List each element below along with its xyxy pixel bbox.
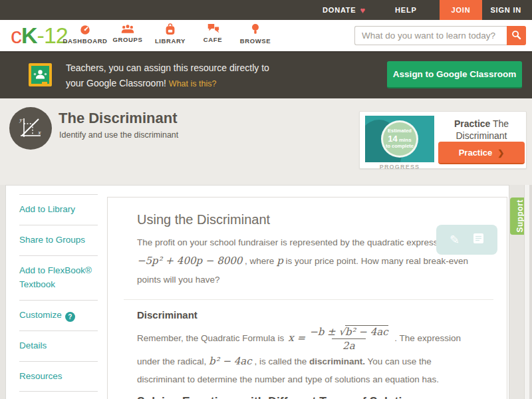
- nav-item-cafe[interactable]: CAFE: [192, 23, 234, 45]
- progress-label: PROGRESS: [365, 164, 434, 170]
- groups-icon: [121, 23, 134, 34]
- pencil-icon[interactable]: ✎: [450, 233, 460, 247]
- practice-thumbnail: Estimated 14 mins to complete: [365, 116, 434, 162]
- intro-paragraph: The profit on your school fundraiser is …: [137, 234, 475, 289]
- annotation-toolbar[interactable]: ✎: [436, 225, 497, 255]
- note-icon[interactable]: [473, 233, 484, 247]
- logo-k: K: [21, 23, 37, 48]
- top-utility-bar: DONATE ♥ HELP JOIN SIGN IN: [0, 0, 532, 20]
- practice-chevron-icon: ❯: [497, 148, 504, 158]
- sidebar-item-add-to-library[interactable]: Add to Library: [19, 194, 98, 225]
- nav-item-dashboard[interactable]: DASHBOARD: [64, 23, 106, 45]
- solving-equations-heading: Solving Equations with Different Types o…: [137, 395, 475, 399]
- nav-item-library[interactable]: LIBRARY: [149, 23, 192, 45]
- quadratic-formula-math: −b ± √b² − 4ac2a: [309, 326, 388, 352]
- discriminant-expression-math: b² − 4ac: [209, 355, 252, 367]
- sidebar-item-share-to-groups[interactable]: Share to Groups: [19, 225, 98, 255]
- sign-in-button[interactable]: SIGN IN: [490, 6, 521, 14]
- google-classroom-icon: [29, 63, 52, 89]
- donate-button[interactable]: DONATE ♥: [323, 6, 366, 15]
- assign-to-classroom-button[interactable]: Assign to Google Classroom: [387, 61, 522, 88]
- nav-item-browse[interactable]: BROWSE: [234, 23, 277, 45]
- what-is-this-link[interactable]: What is this?: [169, 79, 217, 88]
- lesson-heading: Using the Discriminant: [137, 212, 475, 227]
- classroom-banner: Teachers, you can assign this resource d…: [0, 53, 532, 98]
- search-box: [354, 26, 526, 45]
- ck12-logo[interactable]: cK-12: [11, 23, 68, 49]
- banner-line2: your Google Classroom!: [66, 78, 169, 88]
- browse-icon: [251, 23, 259, 35]
- discriminant-heading: Discriminant: [137, 309, 475, 321]
- page-title: The Discriminant: [59, 110, 177, 127]
- title-strip: y x The Discriminant Identify and use th…: [0, 98, 532, 185]
- banner-text: Teachers, you can assign this resource d…: [66, 61, 269, 90]
- donate-label: DONATE: [323, 6, 356, 14]
- practice-cta-text: Practice The Discriminant: [438, 118, 525, 142]
- search-button[interactable]: [507, 26, 526, 45]
- concept-graph-icon: y x: [9, 107, 52, 150]
- discriminant-paragraph: Remember, the Quadratic Formula isx =−b …: [137, 326, 475, 388]
- svg-text:x: x: [38, 130, 41, 136]
- sidebar-item-details[interactable]: Details: [19, 331, 98, 361]
- help-button[interactable]: HELP: [395, 6, 417, 14]
- cafe-icon: [207, 23, 219, 34]
- profit-expression-math: −5p² + 400p − 8000: [137, 255, 242, 267]
- library-icon: [165, 23, 176, 35]
- sidebar-item-add-to-flexbook[interactable]: Add to FlexBook® Textbook: [19, 255, 98, 300]
- nav-items: DASHBOARD GROUPS LIBRARY CAFE BROWSE: [64, 23, 277, 45]
- sidebar-item-download[interactable]: Download▾: [19, 391, 98, 399]
- nav-item-groups[interactable]: GROUPS: [106, 23, 149, 45]
- sidebar-item-resources[interactable]: Resources: [19, 361, 98, 392]
- banner-line1: Teachers, you can assign this resource d…: [66, 63, 269, 73]
- practice-button[interactable]: Practice❯: [438, 142, 525, 164]
- dashboard-icon: [79, 23, 91, 35]
- estimated-time-badge: Estimated 14 mins to complete: [381, 120, 418, 158]
- lesson-content-card: Using the Discriminant ✎ The profit on y…: [107, 197, 507, 399]
- main-nav: cK-12 DASHBOARD GROUPS LIBRARY CAFE BROW…: [0, 20, 532, 53]
- search-icon: [511, 30, 521, 42]
- main-container: Add to Library Share to Groups Add to Fl…: [5, 185, 509, 399]
- scrollbar-edge: [529, 185, 532, 399]
- help-question-icon[interactable]: ?: [65, 312, 75, 322]
- svg-text:y: y: [19, 118, 23, 123]
- heart-icon: ♥: [360, 6, 366, 15]
- practice-card: Estimated 14 mins to complete PROGRESS P…: [359, 111, 527, 169]
- section-divider: [124, 299, 493, 300]
- action-sidebar: Add to Library Share to Groups Add to Fl…: [6, 186, 102, 399]
- search-input[interactable]: [354, 26, 507, 45]
- logo-c: c: [11, 23, 21, 48]
- join-button[interactable]: JOIN: [440, 0, 483, 20]
- ck12-page: DONATE ♥ HELP JOIN SIGN IN cK-12 DASHBOA…: [0, 0, 532, 399]
- sidebar-item-customize[interactable]: Customize?: [19, 300, 98, 331]
- page-subtitle: Identify and use the discriminant: [59, 130, 178, 140]
